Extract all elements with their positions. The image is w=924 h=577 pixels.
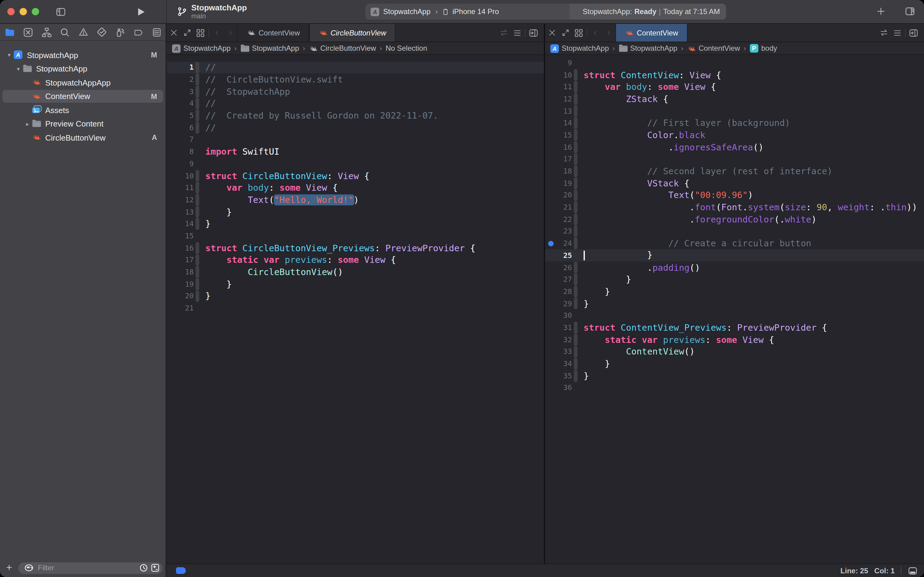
code-line-13[interactable]: 13 }	[167, 206, 544, 218]
code-line-19[interactable]: 19 VStack {	[545, 177, 924, 189]
disclosure-closed-icon[interactable]: ▸	[24, 121, 31, 127]
code-line-31[interactable]: 31struct ContentView_Previews: PreviewPr…	[545, 321, 924, 334]
canvas-grid-icon[interactable]	[572, 24, 586, 42]
canvas-grid-icon[interactable]	[194, 24, 207, 42]
add-editor-button[interactable]	[907, 28, 920, 37]
change-editor-layout-button[interactable]	[901, 3, 919, 19]
go-forward-button[interactable]	[602, 24, 615, 42]
code-line-27[interactable]: 27 }	[545, 274, 924, 285]
close-editor-button[interactable]	[167, 24, 180, 42]
code-line-16[interactable]: 16 .ignoresSafeArea()	[545, 141, 924, 153]
source-control-summary[interactable]: StopwatchApp main	[177, 4, 247, 19]
code-line-18[interactable]: 18 // Second layer (rest of interface)	[545, 165, 924, 177]
add-toolbar-button[interactable]	[871, 3, 890, 19]
code-editor[interactable]: 910struct ContentView: View {11 var body…	[545, 55, 924, 564]
editor-only-mode-icon[interactable]	[908, 566, 918, 575]
recent-files-icon[interactable]	[139, 564, 148, 572]
related-items-icon[interactable]	[497, 29, 510, 37]
navigator-item-preview-content[interactable]: ▸Preview Content	[0, 117, 166, 131]
navigator-item-stopwatchappapp[interactable]: StopwatchAppApp	[0, 76, 166, 90]
breadcrumb-item[interactable]: No Selection	[386, 44, 427, 53]
code-line-20[interactable]: 20 Text("00:09.96")	[545, 189, 924, 201]
breakpoints-indicator[interactable]	[176, 567, 186, 574]
navigator-item-circlebuttonview[interactable]: CircleButtonViewA	[0, 131, 166, 145]
find-navigator-tab[interactable]	[59, 26, 71, 38]
navigator-item-assets[interactable]: Assets	[0, 103, 166, 117]
code-line-23[interactable]: 23	[545, 225, 924, 237]
code-line-15[interactable]: 15 Color.black	[545, 129, 924, 141]
go-forward-button[interactable]	[224, 24, 237, 42]
close-editor-button[interactable]	[545, 24, 559, 42]
add-editor-button[interactable]	[527, 28, 540, 37]
code-line-1[interactable]: 1//	[167, 61, 544, 73]
jump-bar[interactable]: AStopwatchApp›StopwatchApp›ContentView›P…	[545, 42, 924, 55]
code-line-12[interactable]: 12 ZStack {	[545, 93, 924, 105]
code-line-17[interactable]: 17 static var previews: some View {	[167, 254, 544, 266]
code-line-6[interactable]: 6//	[167, 122, 544, 134]
code-line-9[interactable]: 9	[167, 158, 544, 169]
navigator-item-stopwatchapp[interactable]: ▾AStopwatchAppM	[0, 48, 166, 62]
code-review-icon[interactable]	[890, 29, 904, 36]
code-line-21[interactable]: 21	[167, 302, 544, 314]
close-window-button[interactable]	[7, 8, 14, 15]
source-control-filter-icon[interactable]	[151, 564, 159, 572]
line-marker-dot[interactable]	[548, 241, 554, 246]
code-line-5[interactable]: 5// Created by Russell Gordon on 2022-11…	[167, 110, 544, 122]
related-items-icon[interactable]	[877, 29, 890, 37]
code-line-18[interactable]: 18 CircleButtonView()	[167, 266, 544, 278]
navigator-item-stopwatchapp[interactable]: ▾StopwatchApp	[0, 62, 166, 76]
code-line-2[interactable]: 2// CircleButtonView.swift	[167, 73, 544, 85]
breadcrumb-item[interactable]: CircleButtonView	[309, 44, 376, 53]
tab-contentview[interactable]: ContentView	[615, 24, 687, 42]
code-line-9[interactable]: 9	[545, 57, 924, 69]
code-line-36[interactable]: 36	[545, 382, 924, 393]
issue-navigator-tab[interactable]	[77, 26, 89, 38]
filter-menu-icon[interactable]	[21, 564, 35, 572]
go-back-button[interactable]	[589, 24, 602, 42]
code-line-21[interactable]: 21 .font(Font.system(size: 90, weight: .…	[545, 201, 924, 213]
breadcrumb-item[interactable]: AStopwatchApp	[172, 44, 231, 53]
code-line-14[interactable]: 14 // First layer (background)	[545, 117, 924, 129]
code-line-35[interactable]: 35}	[545, 370, 924, 382]
code-line-15[interactable]: 15	[167, 230, 544, 242]
code-line-30[interactable]: 30	[545, 309, 924, 321]
code-line-29[interactable]: 29}	[545, 298, 924, 309]
code-line-20[interactable]: 20}	[167, 290, 544, 302]
debug-navigator-tab[interactable]	[114, 26, 126, 38]
run-button[interactable]	[132, 4, 150, 19]
code-review-icon[interactable]	[510, 29, 524, 36]
code-line-34[interactable]: 34 }	[545, 358, 924, 369]
focus-editor-icon[interactable]	[559, 24, 572, 42]
breadcrumb-item[interactable]: StopwatchApp	[240, 44, 299, 53]
code-line-11[interactable]: 11 var body: some View {	[545, 81, 924, 93]
navigator-item-contentview[interactable]: ContentViewM	[0, 90, 166, 103]
code-line-25[interactable]: 25 }	[545, 249, 924, 261]
tab-circlebuttonview[interactable]: CircleButtonView	[309, 24, 395, 42]
scheme-selector[interactable]: A StopwatchApp › iPhone 14 Pro	[365, 4, 570, 19]
test-navigator-tab[interactable]	[95, 26, 108, 38]
code-line-7[interactable]: 7	[167, 134, 544, 145]
code-line-3[interactable]: 3// StopwatchApp	[167, 85, 544, 97]
tab-contentview[interactable]: ContentView	[237, 24, 309, 42]
disclosure-open-icon[interactable]: ▾	[6, 52, 12, 58]
focus-editor-icon[interactable]	[180, 24, 194, 42]
code-line-13[interactable]: 13	[545, 105, 924, 117]
project-navigator-tab[interactable]	[4, 26, 16, 38]
activity-status[interactable]: StopwatchApp: Ready | Today at 7:15 AM	[570, 4, 726, 19]
code-line-22[interactable]: 22 .foregroundColor(.white)	[545, 213, 924, 225]
code-line-24[interactable]: 24 // Create a circular button	[545, 237, 924, 249]
breakpoint-navigator-tab[interactable]	[132, 26, 144, 38]
code-line-10[interactable]: 10struct ContentView: View {	[545, 69, 924, 81]
code-line-16[interactable]: 16struct CircleButtonView_Previews: Prev…	[167, 242, 544, 254]
code-line-19[interactable]: 19 }	[167, 278, 544, 290]
code-line-17[interactable]: 17	[545, 153, 924, 165]
symbol-navigator-tab[interactable]	[40, 26, 53, 38]
minimize-window-button[interactable]	[19, 8, 27, 15]
breadcrumb-item[interactable]: ContentView	[687, 44, 740, 53]
code-line-33[interactable]: 33 ContentView()	[545, 346, 924, 358]
jump-bar[interactable]: AStopwatchApp›StopwatchApp›CircleButtonV…	[167, 42, 544, 55]
code-line-12[interactable]: 12 Text("Hello, World!")	[167, 194, 544, 206]
code-line-32[interactable]: 32 static var previews: some View {	[545, 334, 924, 346]
filter-field[interactable]: Filter	[18, 562, 163, 574]
report-navigator-tab[interactable]	[150, 26, 163, 38]
